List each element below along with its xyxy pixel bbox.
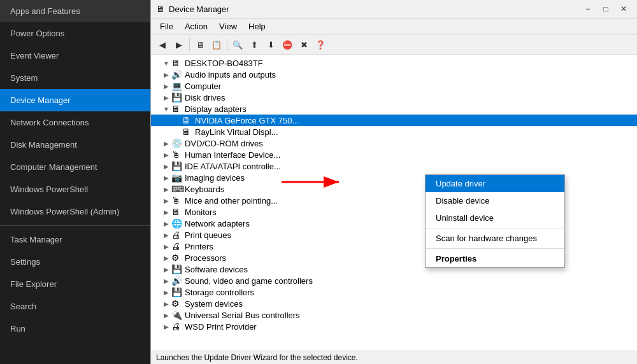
tree-item-2[interactable]: ▶ 💾 Disk drives: [151, 92, 637, 103]
expand-icon[interactable]: ▼: [161, 58, 171, 68]
expand-icon-15[interactable]: ▶: [161, 241, 171, 251]
expand-icon-11[interactable]: ▶: [161, 195, 171, 206]
expand-icon-9[interactable]: ▶: [161, 172, 171, 183]
disable-button[interactable]: ⛔: [280, 37, 295, 52]
expand-icon-1[interactable]: ▶: [161, 81, 171, 91]
expand-icon-8[interactable]: ▶: [161, 161, 171, 171]
item-icon-5: 🖥: [182, 127, 193, 137]
item-icon-9: 📷: [171, 172, 183, 183]
sidebar-item-windows-powershell-admin[interactable]: Windows PowerShell (Admin): [0, 200, 150, 223]
item-label-9: Imaging devices: [185, 173, 634, 183]
item-label-12: Monitors: [185, 207, 634, 217]
ctx-item-properties[interactable]: Properties: [426, 250, 564, 267]
root-label: DESKTOP-BO483TF: [185, 59, 634, 68]
item-icon-10: ⌨: [171, 184, 183, 194]
scan-button[interactable]: 🔍: [230, 37, 245, 52]
expand-icon-20[interactable]: ▶: [161, 298, 171, 309]
tree-item-20[interactable]: ▶ ⚙ System devices: [151, 298, 637, 309]
tree-item-18[interactable]: ▶ 🔊 Sound, video and game controllers: [151, 275, 637, 286]
minimize-button[interactable]: −: [580, 3, 596, 15]
sidebar-item-computer-management[interactable]: Computer Management: [0, 156, 150, 178]
menu-bar: File Action View Help: [151, 18, 637, 35]
ctx-separator-3: [426, 228, 564, 228]
title-bar-left: 🖥 Device Manager: [156, 4, 229, 14]
tree-item-6[interactable]: ▶ 💿 DVD/CD-ROM drives: [151, 137, 637, 149]
forward-button[interactable]: ▶: [171, 37, 187, 52]
uninstall-button[interactable]: ✖: [296, 37, 311, 52]
menu-view[interactable]: View: [214, 20, 242, 33]
item-label-17: Software devices: [185, 265, 634, 274]
sidebar-item-task-manager[interactable]: Task Manager: [0, 228, 150, 251]
device-manager-window: 🖥 Device Manager − □ ✕ File Action View …: [150, 0, 637, 364]
expand-icon-5: [171, 127, 182, 137]
ctx-item-update-driver[interactable]: Update driver: [426, 175, 564, 192]
menu-help[interactable]: Help: [243, 20, 271, 33]
tree-area[interactable]: ▼ 🖥 DESKTOP-BO483TF ▶ 🔊 Audio inputs and…: [151, 55, 637, 351]
tree-root[interactable]: ▼ 🖥 DESKTOP-BO483TF: [151, 57, 637, 69]
expand-icon-14[interactable]: ▶: [161, 230, 171, 240]
item-icon-22: 🖨: [171, 321, 183, 332]
sidebar-item-event-viewer[interactable]: Event Viewer: [0, 45, 150, 67]
toolbar-separator-2: [227, 38, 227, 51]
tree-item-8[interactable]: ▶ 💾 IDE ATA/ATAPI controlle...: [151, 160, 637, 172]
item-icon-14: 🖨: [171, 230, 183, 240]
sidebar-item-settings[interactable]: Settings: [0, 251, 150, 273]
menu-action[interactable]: Action: [180, 20, 213, 33]
expand-icon-2[interactable]: ▶: [161, 92, 171, 102]
tree-item-0[interactable]: ▶ 🔊 Audio inputs and outputs: [151, 69, 637, 80]
menu-file[interactable]: File: [155, 20, 178, 33]
item-icon-19: 💾: [171, 287, 183, 297]
tree-item-7[interactable]: ▶ 🖱 Human Interface Device...: [151, 149, 637, 160]
sidebar-item-disk-management[interactable]: Disk Management: [0, 134, 150, 156]
update-button[interactable]: ⬆: [247, 37, 262, 52]
props-button[interactable]: 📋: [209, 37, 224, 52]
expand-icon-16[interactable]: ▶: [161, 253, 171, 263]
expand-icon-19[interactable]: ▶: [161, 287, 171, 297]
expand-icon-0[interactable]: ▶: [161, 69, 171, 80]
help-button[interactable]: ❓: [313, 37, 328, 52]
computer-button[interactable]: 🖥: [192, 37, 208, 52]
expand-icon-3[interactable]: ▼: [161, 104, 171, 114]
close-button[interactable]: ✕: [615, 3, 632, 15]
item-label-18: Sound, video and game controllers: [185, 276, 634, 286]
expand-icon-22[interactable]: ▶: [161, 321, 171, 332]
sidebar-item-windows-powershell[interactable]: Windows PowerShell: [0, 178, 150, 200]
expand-icon-7[interactable]: ▶: [161, 150, 171, 160]
sidebar-item-system[interactable]: System: [0, 67, 150, 89]
back-button[interactable]: ◀: [155, 37, 170, 52]
sidebar-item-search[interactable]: Search: [0, 295, 150, 318]
item-label-3: Display adapters: [185, 104, 634, 114]
ctx-item-scan-for-hardware-changes[interactable]: Scan for hardware changes: [426, 230, 564, 247]
tree-item-5[interactable]: 🖥 RayLink Virtual Displ...: [151, 126, 637, 137]
expand-icon-18[interactable]: ▶: [161, 276, 171, 286]
maximize-button[interactable]: □: [598, 3, 614, 15]
sidebar-item-file-explorer[interactable]: File Explorer: [0, 273, 150, 295]
title-bar: 🖥 Device Manager − □ ✕: [151, 0, 637, 18]
item-label-5: RayLink Virtual Displ...: [195, 127, 634, 137]
sidebar-divider: [0, 225, 150, 226]
item-label-7: Human Interface Device...: [185, 150, 634, 160]
expand-icon-6[interactable]: ▶: [161, 138, 171, 148]
expand-icon-17[interactable]: ▶: [161, 264, 171, 274]
sidebar-item-run[interactable]: Run: [0, 318, 150, 340]
expand-icon-13[interactable]: ▶: [161, 218, 171, 228]
expand-icon-21[interactable]: ▶: [161, 310, 171, 320]
tree-item-19[interactable]: ▶ 💾 Storage controllers: [151, 286, 637, 298]
status-text: Launches the Update Driver Wizard for th…: [156, 353, 358, 362]
expand-icon-12[interactable]: ▶: [161, 207, 171, 217]
sidebar-item-apps-and-features[interactable]: Apps and Features: [0, 0, 150, 22]
rollback-button[interactable]: ⬇: [263, 37, 278, 52]
sidebar-item-network-connections[interactable]: Network Connections: [0, 111, 150, 134]
tree-item-1[interactable]: ▶ 💻 Computer: [151, 80, 637, 92]
sidebar-item-power-options[interactable]: Power Options: [0, 22, 150, 45]
sidebar-item-device-manager[interactable]: Device Manager: [0, 89, 150, 111]
tree-item-4[interactable]: 🖥 NVIDIA GeForce GTX 750...: [151, 115, 637, 126]
window-title: Device Manager: [169, 4, 229, 14]
ctx-item-uninstall-device[interactable]: Uninstall device: [426, 209, 564, 227]
ctx-item-disable-device[interactable]: Disable device: [426, 192, 564, 209]
tree-item-22[interactable]: ▶ 🖨 WSD Print Provider: [151, 321, 637, 332]
toolbar-separator-1: [189, 38, 190, 51]
tree-item-3[interactable]: ▼ 🖥 Display adapters: [151, 103, 637, 115]
expand-icon-10[interactable]: ▶: [161, 184, 171, 194]
tree-item-21[interactable]: ▶ 🔌 Universal Serial Bus controllers: [151, 309, 637, 321]
